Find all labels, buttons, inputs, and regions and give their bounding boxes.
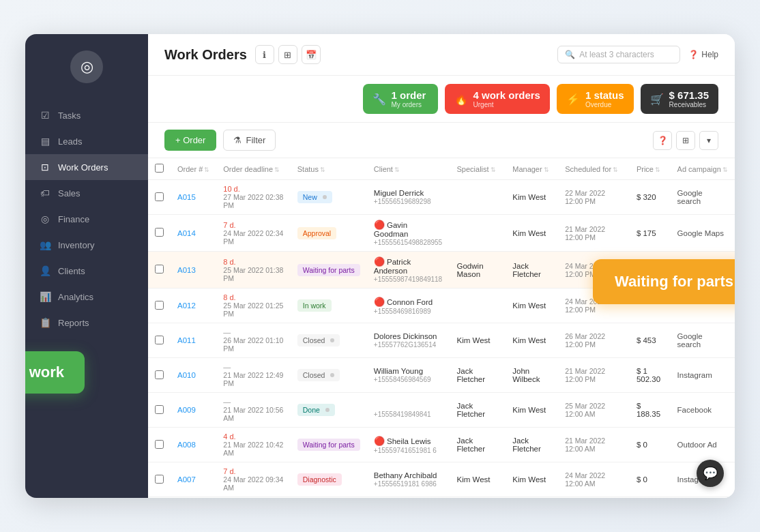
sidebar-item-sales[interactable]: 🏷 Sales xyxy=(25,180,148,206)
filter-button[interactable]: ⚗ Filter xyxy=(223,130,276,151)
toolbar-chevron-icon[interactable]: ▾ xyxy=(699,131,718,150)
status-badge[interactable]: Closed xyxy=(297,369,340,381)
table-row: A015 10 d. 27 Mar 2022 02:38 PM New Migu… xyxy=(148,180,735,215)
th-campaign-sort: ⇅ xyxy=(722,166,728,173)
th-order[interactable]: Order #⇅ xyxy=(171,158,216,180)
sidebar-item-reports[interactable]: 📋 Reports xyxy=(25,310,148,336)
th-status-label: Status xyxy=(297,165,319,173)
sidebar-item-finance[interactable]: ◎ Finance xyxy=(25,206,148,232)
row-checkbox[interactable] xyxy=(155,301,164,310)
chat-button[interactable]: 💬 xyxy=(697,460,724,487)
status-badge[interactable]: Diagnostic xyxy=(297,473,342,486)
add-order-button[interactable]: + Order xyxy=(164,130,216,151)
sidebar-item-leads[interactable]: ▤ Leads xyxy=(25,128,148,154)
search-box[interactable]: 🔍 At least 3 characters xyxy=(557,46,680,63)
price-cell: $ 175 xyxy=(630,215,671,252)
date-value: 25 Mar 2022 01:25 PM xyxy=(223,301,283,318)
calendar-icon-btn[interactable]: 📅 xyxy=(302,45,321,64)
toolbar-grid-icon[interactable]: ⊞ xyxy=(676,131,695,150)
fire-icon: 🔴 xyxy=(374,297,385,307)
order-link[interactable]: A011 xyxy=(177,336,196,344)
status-badge[interactable]: Waiting for parts xyxy=(297,439,360,451)
row-checkbox[interactable] xyxy=(155,336,164,344)
th-specialist-label: Specialist xyxy=(457,165,489,173)
th-deadline-sort: ⇅ xyxy=(274,166,280,173)
row-checkbox[interactable] xyxy=(155,228,164,237)
sidebar-item-workorders[interactable]: ⊡ Work Orders xyxy=(25,154,148,180)
th-specialist[interactable]: Specialist⇅ xyxy=(450,158,506,180)
help-button[interactable]: ❓ Help xyxy=(688,50,718,59)
sidebar-item-tasks-label: Tasks xyxy=(58,110,81,121)
row-checkbox[interactable] xyxy=(155,370,164,379)
order-link[interactable]: A010 xyxy=(177,371,196,379)
table-row: A008 4 d. 21 Mar 2022 10:42 AM Waiting f… xyxy=(148,428,735,462)
order-link[interactable]: A009 xyxy=(177,406,196,414)
app-container: ◎ ☑ Tasks ▤ Leads ⊡ Work Orders 🏷 Sales … xyxy=(25,34,735,498)
sidebar-item-tasks[interactable]: ☑ Tasks xyxy=(25,102,148,128)
price-cell: $ 188.35 xyxy=(630,393,671,428)
th-price[interactable]: Price⇅ xyxy=(630,158,671,180)
price-cell: $ 453 xyxy=(630,323,671,358)
stat-my-orders[interactable]: 🔧 1 order My orders xyxy=(363,84,438,114)
stat-urgent[interactable]: 🔥 4 work orders Urgent xyxy=(445,84,550,114)
specialist-cell: Godwin Mason xyxy=(450,252,506,289)
status-badge[interactable]: New xyxy=(297,191,332,203)
order-link[interactable]: A014 xyxy=(177,229,196,237)
edit-dot xyxy=(330,373,334,377)
grid-icon-btn[interactable]: ⊞ xyxy=(278,45,297,64)
manager-cell: John Wilbeck xyxy=(506,358,558,393)
date-value: 27 Mar 2022 02:38 PM xyxy=(223,193,283,209)
row-checkbox[interactable] xyxy=(155,405,164,414)
status-badge[interactable]: Closed xyxy=(297,334,340,346)
order-link[interactable]: A007 xyxy=(177,475,196,484)
toolbar-help-icon[interactable]: ❓ xyxy=(653,131,672,150)
manager-cell: Jack Fletcher xyxy=(506,428,558,462)
stat-receivables[interactable]: 🛒 $ 671.35 Receivables xyxy=(641,84,718,114)
th-price-sort: ⇅ xyxy=(655,166,660,173)
table-container: Order #⇅ Order deadline⇅ Status⇅ Client⇅… xyxy=(148,158,735,498)
th-specialist-sort: ⇅ xyxy=(491,166,496,173)
status-badge[interactable]: In work xyxy=(297,299,332,312)
select-all-checkbox[interactable] xyxy=(155,164,164,173)
status-badge[interactable]: Approval xyxy=(297,227,336,239)
info-icon-btn[interactable]: ℹ xyxy=(255,45,274,64)
status-badge[interactable]: Waiting for parts xyxy=(297,264,360,276)
reports-icon: 📋 xyxy=(39,317,51,328)
th-deadline[interactable]: Order deadline⇅ xyxy=(216,158,290,180)
specialist-cell: Kim West xyxy=(450,323,506,358)
stat-overdue-value: 1 status xyxy=(585,89,624,101)
stat-my-orders-value: 1 order xyxy=(392,89,426,101)
manager-cell: Jack Fletcher xyxy=(506,497,558,499)
manager-cell: Kim West xyxy=(506,215,558,252)
row-checkbox[interactable] xyxy=(155,265,164,274)
th-price-label: Price xyxy=(637,165,654,173)
days-value: 8 d. xyxy=(223,293,283,301)
th-status[interactable]: Status⇅ xyxy=(291,158,367,180)
days-value: — xyxy=(223,398,283,406)
sidebar-item-workorders-label: Work Orders xyxy=(58,162,108,173)
order-link[interactable]: A015 xyxy=(177,193,196,201)
header-right: 🔍 At least 3 characters ❓ Help xyxy=(557,46,718,63)
order-link[interactable]: A008 xyxy=(177,441,196,449)
row-checkbox[interactable] xyxy=(155,440,164,449)
sidebar-item-clients[interactable]: 👤 Clients xyxy=(25,258,148,284)
th-campaign[interactable]: Ad campaign⇅ xyxy=(671,158,735,180)
sidebar-item-analytics[interactable]: 📊 Analytics xyxy=(25,284,148,310)
scheduled-cell: 22 Mar 2022 12:00 AM xyxy=(558,497,630,499)
date-value: 24 Mar 2022 02:34 PM xyxy=(223,229,283,246)
table-row: A006 — 22 Mar 2022 10:28 AM Done Jacques… xyxy=(148,497,735,499)
days-value: 4 d. xyxy=(223,432,283,441)
row-checkbox[interactable] xyxy=(155,475,164,484)
edit-dot xyxy=(330,338,334,342)
date-value: 25 Mar 2022 01:38 PM xyxy=(223,266,283,282)
status-badge[interactable]: Done xyxy=(297,404,335,416)
order-link[interactable]: A012 xyxy=(177,301,196,310)
sidebar-item-inventory[interactable]: 👥 Inventory xyxy=(25,232,148,258)
order-link[interactable]: A013 xyxy=(177,266,196,274)
row-checkbox[interactable] xyxy=(155,192,164,201)
th-manager[interactable]: Manager⇅ xyxy=(506,158,558,180)
th-client[interactable]: Client⇅ xyxy=(367,158,450,180)
edit-dot xyxy=(323,195,327,199)
th-scheduled[interactable]: Scheduled for⇅ xyxy=(558,158,630,180)
stat-overdue[interactable]: ⚡ 1 status Overdue xyxy=(557,84,634,114)
